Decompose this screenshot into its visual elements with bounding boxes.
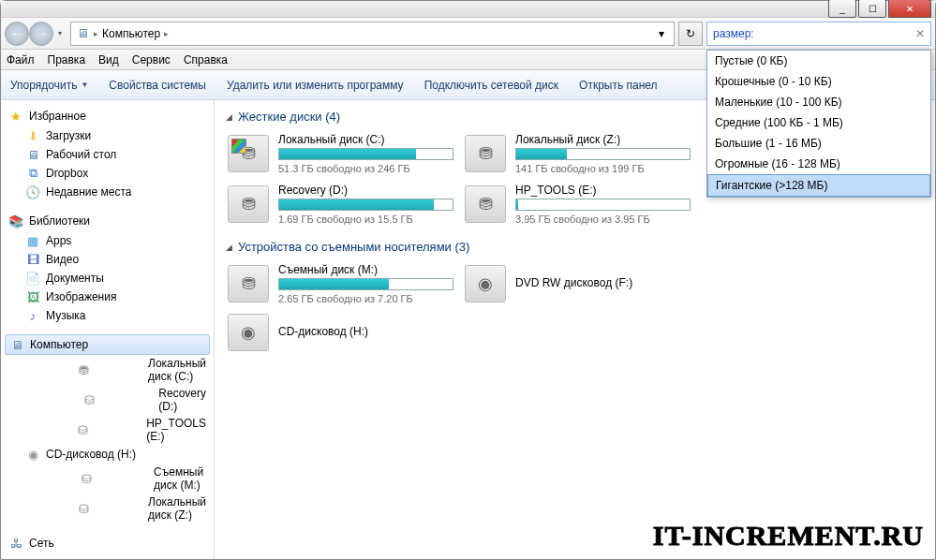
sidebar-item-downloads[interactable]: ⬇Загрузки: [1, 126, 214, 145]
libraries-icon: 📚: [8, 214, 23, 228]
size-filter-item[interactable]: Большие (1 - 16 МБ): [707, 133, 930, 154]
music-icon: ♪: [25, 308, 40, 323]
computer-icon: 🖥: [75, 26, 90, 41]
drive-icon: ⛁: [25, 422, 141, 437]
drive-item[interactable]: ⛃ Локальный диск (Z:) 141 ГБ свободно из…: [463, 131, 692, 176]
breadcrumb-sep-2[interactable]: ▸: [164, 29, 169, 38]
sidebar-item-recent[interactable]: 🕓Недавние места: [1, 183, 214, 201]
menu-file[interactable]: Файл: [7, 53, 35, 66]
search-input[interactable]: размер: ✕: [706, 22, 931, 46]
nav-row: ← → ▾ 🖥 ▸ Компьютер ▸ ▾ ↻ размер: ✕: [1, 18, 935, 50]
sidebar-item-documents[interactable]: 📄Документы: [1, 269, 214, 287]
nav-history-dropdown[interactable]: ▾: [53, 22, 67, 46]
drive-item[interactable]: ◉ CD-дисковод (H:): [226, 312, 455, 353]
search-clear-icon[interactable]: ✕: [915, 27, 925, 40]
removable-drives-list: ⛃ Съемный диск (M:) 2.65 ГБ свободно из …: [226, 261, 924, 353]
toolbar-control-panel[interactable]: Открыть панел: [579, 79, 658, 92]
back-button[interactable]: ←: [5, 22, 29, 46]
removable-icon: ⛁: [25, 471, 148, 486]
address-bar[interactable]: 🖥 ▸ Компьютер ▸ ▾: [70, 22, 675, 46]
drive-name: Recovery (D:): [278, 184, 453, 197]
computer-icon: 🖥: [9, 337, 24, 352]
drive-item[interactable]: ⛃ HP_TOOLS (E:) 3.95 ГБ свободно из 3.95…: [463, 182, 692, 227]
drive-name: Съемный диск (M:): [278, 263, 453, 276]
sidebar-item-apps[interactable]: ▦Apps: [1, 231, 214, 250]
collapse-icon: ◢: [226, 243, 232, 252]
section-removable[interactable]: ◢ Устройства со съемными носителями (3): [226, 240, 924, 254]
size-filter-item[interactable]: Крошечные (0 - 10 КБ): [707, 71, 930, 92]
drive-name: HP_TOOLS (E:): [515, 184, 691, 197]
toolbar-map-drive[interactable]: Подключить сетевой диск: [424, 79, 558, 92]
drive-icon: ⛃: [465, 135, 506, 172]
maximize-button[interactable]: ☐: [858, 0, 886, 18]
capacity-bar: [278, 199, 453, 211]
drive-item[interactable]: ⛃ Съемный диск (M:) 2.65 ГБ свободно из …: [226, 261, 455, 306]
drive-icon: ⛁: [25, 501, 142, 516]
address-dropdown[interactable]: ▾: [653, 27, 670, 40]
apps-icon: ▦: [25, 233, 40, 248]
toolbar-system-properties[interactable]: Свойства системы: [109, 79, 206, 92]
drive-icon: ⛃: [228, 135, 269, 172]
sidebar-favorites[interactable]: ★ Избранное: [1, 106, 214, 126]
titlebar: _ ☐ ✕: [1, 1, 935, 18]
network-icon: 🖧: [8, 536, 23, 551]
refresh-button[interactable]: ↻: [678, 22, 703, 46]
sidebar-item-desktop[interactable]: 🖥Рабочий стол: [1, 145, 214, 164]
menu-edit[interactable]: Правка: [48, 53, 86, 66]
capacity-bar: [278, 148, 453, 160]
sidebar-computer[interactable]: 🖥 Компьютер: [5, 334, 210, 355]
drive-name: DVD RW дисковод (F:): [515, 276, 691, 289]
drive-item[interactable]: ⛃ Локальный диск (C:) 51.3 ГБ свободно и…: [226, 131, 455, 176]
sidebar-item-music[interactable]: ♪Музыка: [1, 306, 214, 325]
search-value: размер:: [713, 27, 754, 40]
star-icon: ★: [8, 109, 23, 124]
size-filter-dropdown: Пустые (0 КБ)Крошечные (0 - 10 КБ)Малень…: [706, 50, 931, 198]
toolbar-uninstall-program[interactable]: Удалить или изменить программу: [227, 79, 404, 92]
sidebar-item-video[interactable]: 🎞Видео: [1, 250, 214, 269]
drive-item[interactable]: ◉ DVD RW дисковод (F:): [463, 261, 692, 306]
minimize-button[interactable]: _: [828, 0, 856, 18]
sidebar-item-pictures[interactable]: 🖼Изображения: [1, 287, 214, 306]
video-icon: 🎞: [25, 252, 40, 267]
pictures-icon: 🖼: [25, 289, 40, 304]
sidebar-libraries[interactable]: 📚 Библиотеки: [1, 211, 214, 231]
documents-icon: 📄: [25, 271, 40, 286]
size-filter-item[interactable]: Средние (100 КБ - 1 МБ): [707, 112, 930, 133]
close-button[interactable]: ✕: [888, 0, 931, 18]
menu-view[interactable]: Вид: [98, 53, 119, 66]
explorer-window: _ ☐ ✕ ← → ▾ 🖥 ▸ Компьютер ▸ ▾ ↻ размер: …: [0, 0, 936, 560]
collapse-icon: ◢: [226, 112, 232, 122]
sidebar-item-drive-z[interactable]: ⛁Локальный диск (Z:): [1, 494, 214, 523]
drive-stat: 141 ГБ свободно из 199 ГБ: [515, 163, 691, 174]
menu-help[interactable]: Справка: [184, 53, 228, 66]
menu-service[interactable]: Сервис: [132, 53, 171, 66]
capacity-bar: [515, 148, 691, 160]
dvd-icon: ◉: [228, 314, 269, 351]
size-filter-item[interactable]: Маленькие (10 - 100 КБ): [707, 92, 930, 112]
dvd-icon: ◉: [465, 265, 506, 302]
sidebar-item-removable-m[interactable]: ⛁Съемный диск (M:): [1, 464, 214, 494]
drive-stat: 3.95 ГБ свободно из 3.95 ГБ: [515, 214, 691, 225]
size-filter-item[interactable]: Пустые (0 КБ): [707, 51, 930, 71]
drive-icon: ⛁: [25, 392, 153, 407]
breadcrumb-computer[interactable]: Компьютер: [102, 27, 160, 40]
sidebar-network[interactable]: 🖧 Сеть: [1, 533, 214, 553]
forward-button[interactable]: →: [29, 22, 53, 46]
desktop-icon: 🖥: [25, 147, 40, 162]
removable-drive-icon: ⛃: [228, 265, 269, 302]
cd-icon: ◉: [25, 447, 40, 462]
capacity-bar: [278, 278, 453, 290]
sidebar-item-drive-e[interactable]: ⛁HP_TOOLS (E:): [1, 415, 214, 445]
sidebar-item-drive-c[interactable]: ⛃Локальный диск (C:): [1, 355, 214, 385]
breadcrumb-sep: ▸: [94, 29, 98, 38]
drive-item[interactable]: ⛃ Recovery (D:) 1.69 ГБ свободно из 15.5…: [226, 182, 455, 227]
sidebar-item-drive-d[interactable]: ⛁Recovery (D:): [1, 385, 214, 415]
size-filter-item[interactable]: Огромные (16 - 128 МБ): [707, 154, 930, 174]
sidebar-item-dropbox[interactable]: ⧉Dropbox: [1, 164, 214, 183]
drive-name: Локальный диск (Z:): [515, 133, 691, 146]
toolbar-organize[interactable]: Упорядочить▼: [10, 79, 88, 92]
drive-icon: ⛃: [465, 185, 506, 223]
size-filter-item[interactable]: Гигантские (>128 МБ): [707, 174, 930, 197]
sidebar-item-cd-h[interactable]: ◉CD-дисковод (H:): [1, 445, 214, 464]
downloads-icon: ⬇: [25, 128, 40, 143]
